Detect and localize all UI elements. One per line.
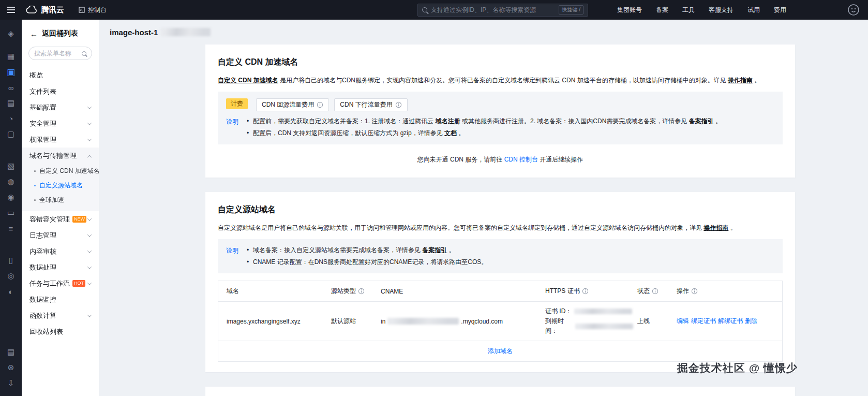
tencent-cloud-logo[interactable]: 腾讯云 [26, 5, 64, 15]
bind-cert-link[interactable]: 绑定证书 [691, 317, 716, 326]
note-label: 说明 [226, 246, 238, 255]
list-icon[interactable]: ≡ [0, 221, 22, 236]
unbind-cert-link[interactable]: 解绑证书 [718, 317, 743, 326]
sidebar-item-global-accel[interactable]: 全球加速 [22, 193, 99, 207]
nav-tools[interactable]: 工具 [682, 6, 695, 14]
cdn-term-link[interactable]: 自定义 CDN 加速域名 [218, 77, 278, 84]
calendar-icon[interactable]: ▤ [0, 95, 22, 111]
global-search-input[interactable] [431, 6, 555, 13]
help-icon[interactable]: ◐ [0, 284, 22, 299]
docs-icon[interactable]: ▤ [0, 344, 22, 360]
edit-link[interactable]: 编辑 [677, 317, 689, 326]
zoom-icon[interactable]: ◎ [0, 268, 22, 284]
sidebar-item-function-compute[interactable]: 函数计算 [22, 307, 99, 324]
sidebar-search-input[interactable] [34, 50, 79, 57]
gear-icon[interactable]: ◈ [0, 26, 22, 41]
link-icon[interactable]: ∞ [0, 80, 22, 95]
add-domain-button[interactable]: 添加域名 [488, 347, 513, 355]
domain-register-link[interactable]: 域名注册 [436, 118, 460, 125]
network-icon[interactable]: ◉ [0, 189, 22, 205]
col-cname: CNAME [381, 288, 545, 295]
chevron-down-icon [87, 137, 92, 141]
cdn-guide-link[interactable]: 操作指南 [728, 77, 753, 84]
cdn-info-box: 计费 CDN 回源流量费用 CDN 下行流量费用 说明 [218, 92, 783, 144]
gzip-doc-link[interactable]: 文档 [444, 129, 457, 137]
avatar-icon[interactable] [847, 4, 860, 16]
hamburger-menu-icon[interactable] [0, 0, 22, 20]
origin-guide-link[interactable]: 操作指南 [704, 224, 728, 231]
page-header: image-host-1 [99, 20, 868, 45]
sidebar-item-basic-config[interactable]: 基础配置 [22, 99, 99, 115]
col-status: 状态 [637, 287, 677, 296]
origin-info-box: 说明 域名备案：接入自定义源站域名需要完成域名备案，详情参见 备案指引 。 CN… [218, 239, 783, 273]
table-row: images.yxchangingself.xyz 默认源站 in.myqclo… [218, 302, 782, 341]
sidebar-item-disaster-recovery[interactable]: 容错容灾管理NEW [22, 211, 99, 227]
archive-box-icon[interactable]: ▢ [0, 126, 22, 142]
sidebar-item-content-audit[interactable]: 内容审核 [22, 243, 99, 259]
pie-monitor-icon[interactable]: ◔ [0, 111, 22, 126]
nav-billing[interactable]: 费用 [774, 6, 786, 14]
sidebar-item-origin-domain[interactable]: 自定义源站域名 [22, 178, 99, 193]
nav-icp-filing[interactable]: 备案 [656, 6, 668, 14]
cell-status: 上线 [637, 317, 677, 326]
cdn-card-title: 自定义 CDN 加速域名 [218, 57, 783, 68]
sidebar-search[interactable] [28, 47, 92, 60]
nav-support[interactable]: 客服支持 [709, 6, 734, 14]
cell-actions: 编辑 绑定证书 解绑证书 删除 [677, 317, 782, 326]
chevron-down-icon [87, 281, 92, 285]
bucket-name: image-host-1 [110, 28, 158, 37]
cell-domain: images.yxchangingself.xyz [218, 318, 331, 325]
billing-chip-origin-traffic[interactable]: CDN 回源流量费用 [256, 98, 329, 111]
settings-icon[interactable]: ⊛ [0, 360, 22, 375]
origin-card-description: 自定义源站域名是用户将自己的域名与源站关联，用于访问和管理网站或应用的内容。您可… [218, 223, 783, 232]
info-icon[interactable] [358, 288, 365, 295]
cert-expiry-blur [575, 324, 633, 329]
console-label: 控制台 [88, 6, 107, 14]
watermark: 掘金技术社区 @ 懂憬少 [677, 361, 798, 375]
chevron-down-icon [87, 216, 92, 221]
delete-link[interactable]: 删除 [745, 317, 757, 326]
col-origin-type: 源站类型 [331, 287, 381, 296]
table-footer: 添加域名 [218, 341, 782, 361]
sidebar-item-permissions[interactable]: 权限管理 [22, 131, 99, 148]
cdn-not-enabled-message: 您尚未开通 CDN 服务，请前往 CDN 控制台 开通后继续操作 [218, 155, 783, 164]
cdn-console-link[interactable]: CDN 控制台 [504, 156, 538, 163]
chevron-down-icon [87, 121, 92, 125]
console-link[interactable]: 控制台 [79, 6, 107, 14]
trash-icon[interactable]: ▯ [0, 253, 22, 268]
icp-guide-link[interactable]: 备案指引 [422, 246, 447, 254]
global-accel-card: 全球加速 编辑 [205, 387, 795, 396]
global-search[interactable]: 快捷键 / [417, 4, 588, 17]
sidebar-item-data-processing[interactable]: 数据处理 [22, 259, 99, 275]
nav-group-account[interactable]: 集团账号 [617, 6, 642, 14]
sidebar-item-security[interactable]: 安全管理 [22, 115, 99, 131]
globe-icon[interactable]: ◍ [0, 174, 22, 189]
info-icon[interactable] [582, 288, 589, 295]
chevron-down-icon [87, 265, 92, 269]
new-badge: NEW [72, 216, 86, 223]
icp-guide-link[interactable]: 备案指引 [689, 118, 714, 125]
note-label: 说明 [226, 117, 238, 126]
sidebar-item-domain-transfer[interactable]: 域名与传输管理 [22, 148, 99, 164]
sidebar-item-log-management[interactable]: 日志管理 [22, 227, 99, 243]
image-icon[interactable]: ▧ [0, 158, 22, 174]
sidebar-item-tasks-workflow[interactable]: 任务与工作流HOT [22, 275, 99, 291]
terminal-icon[interactable]: ▭ [0, 205, 22, 221]
sidebar-item-file-list[interactable]: 文件列表 [22, 83, 99, 99]
sidebar-item-overview[interactable]: 概览 [22, 67, 99, 83]
products-grid-icon[interactable]: ▦ [0, 49, 22, 64]
cos-storage-icon[interactable]: ▣ [0, 64, 22, 80]
download-icon[interactable]: ⇩ [0, 375, 22, 391]
col-actions: 操作 [677, 287, 782, 296]
nav-trial[interactable]: 试用 [747, 6, 760, 14]
cdn-note-1: 配置前，需要先获取自定义域名并备案：1. 注册域名：通过腾讯云 域名注册 或其他… [247, 117, 722, 126]
sidebar-item-cdn-domain[interactable]: 自定义 CDN 加速域名 [22, 164, 99, 178]
billing-chip-downstream-traffic[interactable]: CDN 下行流量费用 [334, 98, 407, 111]
info-icon[interactable] [691, 288, 698, 295]
info-icon[interactable] [652, 288, 659, 295]
back-to-bucket-list[interactable]: ← 返回桶列表 [22, 20, 99, 46]
chevron-down-icon [87, 232, 92, 237]
sidebar-item-data-monitor[interactable]: 数据监控 [22, 291, 99, 307]
chevron-up-icon [87, 155, 92, 159]
sidebar-item-recycle-bin[interactable]: 回收站列表 [22, 324, 99, 340]
